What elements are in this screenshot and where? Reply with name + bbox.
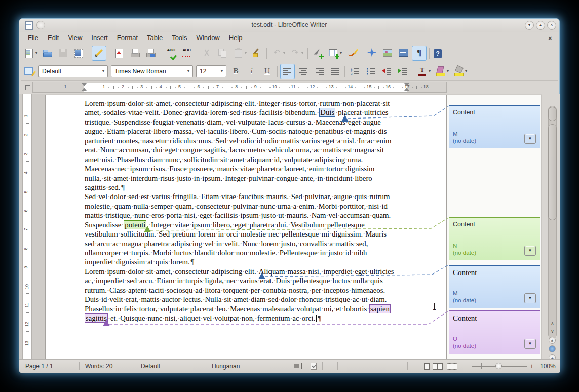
paragraph-style-select[interactable]: Default▾ xyxy=(38,65,108,77)
vertical-scrollbar[interactable]: ∧ ∨ ± ∓ xyxy=(542,94,560,359)
multi-page-view-icon[interactable] xyxy=(433,363,438,370)
next-object-button[interactable]: ∓ xyxy=(549,354,556,359)
new-document-dropdown-arrow[interactable]: ▾ xyxy=(35,51,37,55)
navigation-button[interactable] xyxy=(549,345,556,352)
selection-mode-icon[interactable] xyxy=(294,364,299,368)
single-page-view-icon[interactable] xyxy=(424,363,430,370)
page-style[interactable]: Default xyxy=(141,363,160,370)
zoom-slider-thumb[interactable] xyxy=(495,363,502,369)
font-size-select-dropdown-arrow[interactable]: ▾ xyxy=(218,69,226,73)
book-view-icon[interactable] xyxy=(452,363,457,370)
print-preview-button[interactable] xyxy=(143,46,158,61)
zoom-out-icon[interactable]: − xyxy=(465,362,469,370)
decrease-indent-button[interactable] xyxy=(379,64,394,79)
increase-indent-button[interactable] xyxy=(395,64,409,79)
background-color-button[interactable]: ▾ xyxy=(451,64,469,79)
open-icon xyxy=(42,47,53,59)
close-button[interactable]: × xyxy=(547,21,556,30)
scrollbar-thumb[interactable] xyxy=(548,124,557,220)
menu-window[interactable]: Window xyxy=(192,33,224,43)
scroll-up-icon[interactable]: ∧ xyxy=(549,321,556,326)
font-color-dropdown-arrow[interactable]: ▾ xyxy=(429,69,431,73)
menu-tools[interactable]: Tools xyxy=(167,33,191,43)
comment-1[interactable]: ContentM(no date)▼ xyxy=(449,105,540,148)
navigator-button[interactable] xyxy=(365,46,379,61)
highlight-color-dropdown-arrow[interactable]: ▾ xyxy=(447,69,449,73)
menu-format[interactable]: Format xyxy=(112,33,142,43)
new-document-button[interactable]: ▾ xyxy=(22,46,39,61)
align-center-button[interactable] xyxy=(296,64,311,79)
font-size-select[interactable]: 12▾ xyxy=(196,65,226,77)
paragraph-style-select-dropdown-arrow[interactable]: ▾ xyxy=(99,69,107,73)
text-line: imperdiet·dignissim·at·quis·lorem.¶ xyxy=(85,257,416,266)
comment-3[interactable]: ContentM(no date)▼ xyxy=(449,265,540,308)
export-pdf-button[interactable] xyxy=(112,46,127,61)
comment-anchor-purple[interactable]: sapien xyxy=(369,304,391,313)
font-color-button[interactable]: T▾ xyxy=(415,64,432,79)
align-right-button[interactable] xyxy=(312,64,326,79)
auto-spellcheck-button[interactable]: ABC xyxy=(179,46,194,61)
menu-table[interactable]: Table xyxy=(142,33,167,43)
titlebar[interactable]: test.odt - LibreOffice Writer ▾ ▴ × xyxy=(19,19,559,32)
justify-button[interactable] xyxy=(327,64,342,79)
insert-table-dropdown-arrow[interactable]: ▾ xyxy=(340,51,342,55)
scroll-down-icon[interactable]: ∨ xyxy=(549,328,556,334)
comment-menu-button[interactable]: ▼ xyxy=(524,339,536,349)
comment-anchor-blue[interactable]: Duis xyxy=(319,108,335,117)
word-count[interactable]: Words: 20 xyxy=(85,363,112,370)
zoom-in-icon[interactable]: + xyxy=(530,362,534,370)
bold-button[interactable]: B xyxy=(228,64,243,79)
comment-2[interactable]: ContentN(no date)▼ xyxy=(449,217,540,260)
undo-dropdown-arrow[interactable]: ▾ xyxy=(283,51,285,55)
close-document-icon[interactable]: × xyxy=(548,34,552,42)
maximize-button[interactable]: ▴ xyxy=(536,21,545,30)
menu-view[interactable]: View xyxy=(63,33,87,43)
data-sources-button[interactable] xyxy=(396,46,411,61)
edit-mode-button[interactable] xyxy=(92,46,106,61)
italic-button[interactable]: i xyxy=(244,64,259,79)
insert-hyperlink-button[interactable] xyxy=(311,46,325,61)
draw-functions-button[interactable] xyxy=(344,46,359,61)
highlight-color-button[interactable]: ▾ xyxy=(433,64,450,79)
email-document-button[interactable] xyxy=(71,46,86,61)
background-color-dropdown-arrow[interactable]: ▾ xyxy=(465,69,467,73)
bullet-list-button[interactable] xyxy=(363,64,378,79)
multi-page-view-icon[interactable] xyxy=(438,363,443,370)
tab-stop-selector-icon[interactable] xyxy=(22,82,32,93)
page-indicator[interactable]: Page 1 / 1 xyxy=(25,363,53,370)
paste-dropdown-arrow[interactable]: ▾ xyxy=(245,51,247,55)
gallery-button[interactable] xyxy=(380,46,395,61)
font-name-select-dropdown-arrow[interactable]: ▾ xyxy=(184,69,192,73)
comment-4[interactable]: ContentO(no date)▼ xyxy=(449,310,540,354)
zoom-level[interactable]: 100% xyxy=(540,363,556,370)
text-language[interactable]: Hungarian xyxy=(212,363,240,370)
comment-menu-button[interactable]: ▼ xyxy=(524,293,536,303)
menu-edit[interactable]: Edit xyxy=(43,33,63,43)
previous-object-button[interactable]: ± xyxy=(549,337,556,344)
font-name-select[interactable]: Times New Roman▾ xyxy=(111,65,193,77)
comment-menu-button[interactable]: ▼ xyxy=(524,246,536,256)
print-direct-button[interactable] xyxy=(128,46,142,61)
redo-dropdown-arrow[interactable]: ▾ xyxy=(301,51,303,55)
document-page[interactable]: Lorem·ipsum·dolor·sit·amet,·consectetur·… xyxy=(45,95,447,359)
open-button[interactable] xyxy=(40,46,55,61)
spellcheck-button[interactable]: ABC xyxy=(164,46,178,61)
numbered-list-button[interactable]: 123 xyxy=(348,64,362,79)
document-modified-icon[interactable] xyxy=(311,363,317,370)
help-button[interactable]: ? xyxy=(432,46,443,61)
align-left-button[interactable] xyxy=(280,64,295,79)
menu-file[interactable]: File xyxy=(23,33,43,43)
underline-button[interactable]: U xyxy=(260,64,275,79)
minimize-button[interactable]: ▾ xyxy=(525,21,534,30)
menu-help[interactable]: Help xyxy=(224,33,247,43)
clone-formatting-button[interactable] xyxy=(249,46,264,61)
comment-anchor-green[interactable]: potenti xyxy=(124,220,146,229)
space-mark: · xyxy=(262,137,265,145)
comment-menu-button[interactable]: ▼ xyxy=(524,134,536,144)
insert-table-button[interactable]: ▾ xyxy=(326,46,343,61)
styles-panel-button[interactable] xyxy=(22,64,36,79)
scrollbar-top-segment[interactable] xyxy=(548,107,557,121)
comment-anchor-purple[interactable]: sagittis xyxy=(85,313,108,323)
formatting-marks-button[interactable]: ¶ xyxy=(412,46,427,61)
menu-insert[interactable]: Insert xyxy=(87,33,112,43)
